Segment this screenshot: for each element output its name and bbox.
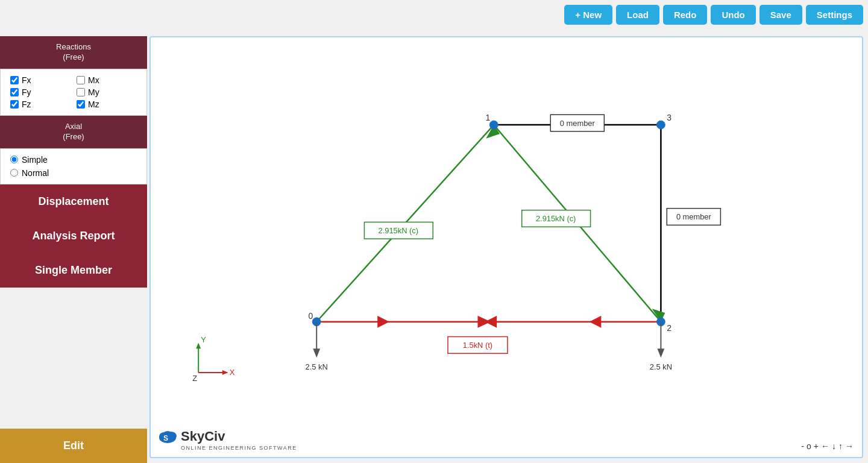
fx-label: Fx [22,75,31,85]
svg-marker-30 [313,348,320,357]
skyciv-cloud-icon: S [157,428,178,445]
analysis-report-button[interactable]: Analysis Report [0,219,147,253]
mx-label: Mx [88,75,99,85]
skyciv-logo-text: S SkyCiv [157,428,225,445]
svg-text:3: 3 [667,113,671,122]
structure-diagram: 1 0 2 3 0 member 0 member 2.915kN (c) 2.… [151,37,862,457]
svg-text:Z: Z [192,374,197,383]
axial-header: Axial (Free) [0,116,147,148]
svg-text:1.5kN (t): 1.5kN (t) [463,341,492,350]
svg-text:0 member: 0 member [560,119,596,128]
fz-checkbox-label[interactable]: Fz [10,99,71,109]
checkboxes-section: Fx Mx Fy My Fz Mz [0,69,147,116]
svg-text:0 member: 0 member [676,212,712,221]
svg-text:S: S [163,434,168,443]
mz-label: Mz [88,99,99,109]
canvas-area[interactable]: 1 0 2 3 0 member 0 member 2.915kN (c) 2.… [149,36,863,458]
pan-up[interactable]: ↑ [838,441,843,451]
svg-text:2.5 kN: 2.5 kN [650,362,672,371]
svg-marker-9 [377,316,389,328]
svg-text:1: 1 [485,113,490,122]
my-checkbox[interactable] [77,88,85,96]
my-checkbox-label[interactable]: My [77,87,137,97]
toolbar: + New Load Redo Undo Save Settings [564,5,863,25]
normal-radio[interactable] [10,169,18,177]
displacement-button[interactable]: Displacement [0,184,147,219]
fx-checkbox[interactable] [10,76,19,84]
axial-sub: (Free) [5,132,142,142]
fx-checkbox-label[interactable]: Fx [10,75,71,85]
normal-radio-label[interactable]: Normal [10,168,137,178]
fy-checkbox-label[interactable]: Fy [10,87,71,97]
svg-marker-8 [485,316,497,328]
svg-text:2.915kN (c): 2.915kN (c) [379,226,418,235]
skyciv-logo: S SkyCiv ONLINE ENGINEERING SOFTWARE [157,428,297,451]
axial-title: Axial [5,122,142,132]
skyciv-tagline: ONLINE ENGINEERING SOFTWARE [181,445,297,451]
svg-text:2.5 kN: 2.5 kN [306,362,328,371]
svg-point-12 [489,121,498,129]
normal-label: Normal [22,168,49,178]
fy-label: Fy [22,87,31,97]
my-label: My [88,87,99,97]
undo-button[interactable]: Undo [711,5,755,25]
fy-checkbox[interactable] [10,88,19,96]
svg-marker-33 [657,348,664,357]
edit-button[interactable]: Edit [0,429,147,463]
radio-section: Simple Normal [0,148,147,184]
redo-button[interactable]: Redo [663,5,708,25]
zoom-plus[interactable]: + [814,441,819,451]
left-panel: Reactions (Free) Fx Mx Fy My Fz Mz Axial [0,36,147,463]
reactions-title: Reactions [5,42,142,52]
simple-radio-label[interactable]: Simple [10,155,137,165]
load-button[interactable]: Load [616,5,659,25]
pan-right[interactable]: → [845,441,854,451]
svg-text:2: 2 [667,323,671,333]
svg-marker-36 [196,342,201,348]
simple-radio[interactable] [10,156,18,163]
svg-text:Y: Y [201,335,206,344]
svg-text:0: 0 [308,311,313,321]
pan-left[interactable]: ← [821,441,829,451]
single-member-button[interactable]: Single Member [0,253,147,288]
zoom-zero[interactable]: o [807,441,811,451]
fz-label: Fz [22,99,31,109]
reactions-sub: (Free) [5,52,142,63]
fz-checkbox[interactable] [10,100,19,109]
mx-checkbox[interactable] [77,76,85,84]
save-button[interactable]: Save [760,5,802,25]
skyciv-name: SkyCiv [181,429,225,444]
pan-down[interactable]: ↓ [832,441,836,451]
mx-checkbox-label[interactable]: Mx [77,75,137,85]
mz-checkbox-label[interactable]: Mz [77,99,137,109]
svg-marker-10 [590,316,602,328]
svg-text:X: X [230,368,235,377]
settings-button[interactable]: Settings [806,5,863,25]
reactions-header: Reactions (Free) [0,36,147,69]
new-button[interactable]: + New [564,5,612,25]
zoom-minus[interactable]: - [801,441,804,451]
svg-marker-39 [222,370,228,375]
svg-text:2.915kN (c): 2.915kN (c) [536,214,576,223]
svg-point-14 [656,121,665,129]
zoom-controls: - o + ← ↓ ↑ → [801,441,854,451]
simple-label: Simple [22,155,48,165]
mz-checkbox[interactable] [77,100,85,109]
